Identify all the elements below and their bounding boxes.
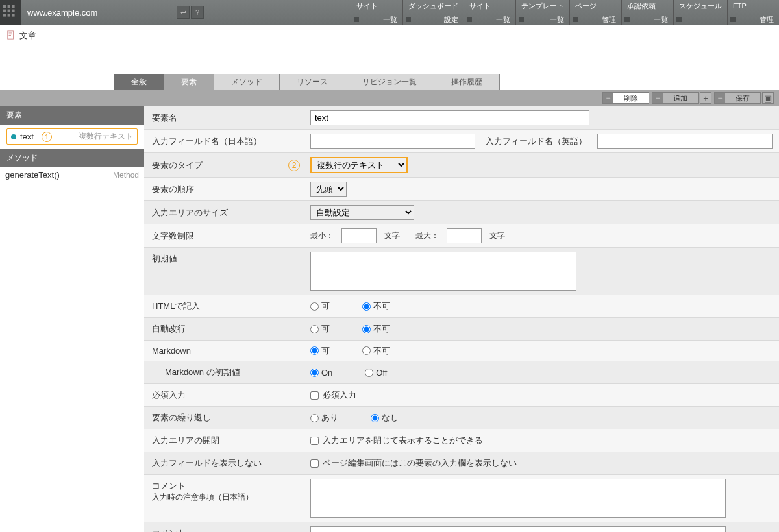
unit-label: 文字	[384, 230, 400, 241]
label-initial: 初期値	[144, 248, 304, 295]
hide-field-checkbox[interactable]: ページ編集画面にはこの要素の入力欄を表示しない	[310, 457, 517, 469]
label-autowrap: 自動改行	[144, 318, 304, 340]
svg-rect-11	[9, 34, 12, 34]
save-button[interactable]: −保存	[714, 92, 761, 104]
autowrap-yes-radio[interactable]: 可	[310, 323, 330, 335]
html-no-radio[interactable]: 不可	[362, 300, 390, 312]
label-area-size: 入力エリアのサイズ	[144, 201, 304, 224]
top-nav-item-2[interactable]: サイト一覧	[464, 0, 515, 25]
repeat-yes-radio[interactable]: あり	[310, 412, 338, 424]
field-ja-input[interactable]	[310, 134, 475, 149]
tab-strip: 全般要素メソッドリソースリビジョン一覧操作履歴	[0, 74, 779, 90]
label-required: 必須入力	[144, 384, 304, 406]
save-icon[interactable]: ▣	[762, 92, 774, 104]
add-button[interactable]: −追加	[652, 92, 699, 104]
markdown-init-off-radio[interactable]: Off	[365, 368, 387, 378]
min-label: 最小：	[310, 230, 334, 241]
top-nav-item-4[interactable]: ページ管理	[569, 0, 621, 25]
unit-label: 文字	[489, 230, 505, 241]
app-logo-icon	[0, 0, 21, 25]
label-repeat: 要素の繰り返し	[144, 407, 304, 429]
sidebar-header-method: メソッド	[0, 149, 144, 167]
top-nav-item-7[interactable]: FTP管理	[727, 0, 779, 25]
required-checkbox[interactable]: 必須入力	[310, 389, 356, 401]
sidebar-item-text[interactable]: text 1 複数行テキスト	[6, 128, 138, 145]
label-field-en: 入力フィールド名（英語）	[486, 136, 587, 147]
label-markdown: Markdown	[144, 341, 304, 361]
top-nav-item-0[interactable]: サイト一覧	[351, 0, 402, 25]
page-title: 文章	[19, 30, 36, 42]
svg-rect-1	[8, 5, 10, 8]
sidebar-header-element: 要素	[0, 106, 144, 125]
label-order: 要素の順序	[144, 178, 304, 200]
element-name-input[interactable]	[310, 110, 589, 125]
top-nav: サイト一覧ダッシュボード設定サイト一覧テンプレート一覧ページ管理承認依頼一覧スケ…	[351, 0, 779, 25]
label-element-name: 要素名	[144, 106, 304, 129]
toolbar: −削除 −追加 + −保存 ▣	[0, 90, 779, 106]
svg-rect-0	[3, 5, 6, 8]
tab-0[interactable]: 全般	[114, 74, 164, 90]
callout-1: 1	[42, 132, 52, 142]
top-nav-item-3[interactable]: テンプレート一覧	[515, 0, 569, 25]
markdown-no-radio[interactable]: 不可	[362, 345, 390, 357]
form: 要素名 入力フィールド名（日本語） 入力フィールド名（英語） 要素のタイプ 2 …	[144, 106, 779, 532]
svg-rect-5	[12, 10, 14, 12]
svg-rect-8	[12, 14, 14, 16]
collapse-checkbox[interactable]: 入力エリアを閉じて表示することができる	[310, 435, 483, 446]
document-icon	[6, 30, 16, 42]
area-size-select[interactable]: 自動設定	[310, 205, 414, 220]
callout-2: 2	[288, 160, 300, 171]
label-comment-en-1: コメント	[152, 527, 296, 532]
label-char-limit: 文字数制限	[144, 224, 304, 247]
comment-ja-textarea[interactable]	[310, 479, 726, 518]
element-type-select[interactable]: 複数行のテキスト	[310, 157, 408, 173]
char-min-input[interactable]	[341, 228, 377, 243]
svg-rect-2	[12, 5, 14, 8]
tab-5[interactable]: 操作履歴	[434, 74, 500, 90]
help-icon[interactable]: ?	[191, 6, 204, 19]
sidebar-item-label: text	[20, 132, 34, 141]
initial-textarea[interactable]	[310, 252, 576, 291]
svg-rect-4	[8, 10, 10, 12]
label-markdown-init: Markdown の初期値	[144, 361, 304, 383]
char-max-input[interactable]	[447, 228, 482, 243]
tab-4[interactable]: リビジョン一覧	[345, 74, 434, 90]
label-element-type: 要素のタイプ	[152, 160, 203, 171]
bullet-icon	[11, 134, 16, 139]
svg-rect-10	[9, 32, 12, 33]
html-yes-radio[interactable]: 可	[310, 300, 330, 312]
sidebar-item-tag: Method	[113, 171, 139, 180]
tab-3[interactable]: リソース	[280, 74, 345, 90]
svg-rect-7	[8, 14, 10, 16]
label-collapse: 入力エリアの開閉	[144, 429, 304, 452]
svg-rect-12	[9, 35, 12, 36]
site-url: www.example.com	[21, 8, 151, 18]
label-field-ja: 入力フィールド名（日本語）	[144, 130, 304, 152]
label-comment-ja-2: 入力時の注意事項（日本語）	[152, 492, 296, 503]
svg-rect-3	[3, 10, 6, 12]
markdown-yes-radio[interactable]: 可	[310, 345, 330, 357]
repeat-no-radio[interactable]: なし	[371, 412, 399, 424]
autowrap-no-radio[interactable]: 不可	[362, 323, 390, 335]
sidebar-item-method[interactable]: generateText() Method	[0, 167, 144, 182]
top-nav-item-6[interactable]: スケジュール	[673, 0, 727, 25]
svg-rect-6	[3, 14, 6, 16]
label-hide-field: 入力フィールドを表示しない	[144, 452, 304, 474]
top-nav-item-1[interactable]: ダッシュボード設定	[402, 0, 464, 25]
field-en-input[interactable]	[597, 134, 773, 149]
sidebar-item-tag: 複数行テキスト	[79, 131, 133, 142]
label-html: HTMLで記入	[144, 295, 304, 317]
comment-en-textarea[interactable]	[310, 526, 726, 532]
tab-1[interactable]: 要素	[164, 74, 214, 90]
sidebar-item-label: generateText()	[5, 170, 60, 180]
sidebar: 要素 text 1 複数行テキスト メソッド generateText() Me…	[0, 106, 144, 532]
order-select[interactable]: 先頭	[310, 182, 347, 197]
max-label: 最大：	[415, 230, 439, 241]
plus-icon[interactable]: +	[700, 92, 711, 104]
markdown-init-on-radio[interactable]: On	[310, 368, 332, 378]
back-icon[interactable]: ↩	[177, 6, 190, 19]
top-nav-item-5[interactable]: 承認依頼一覧	[621, 0, 673, 25]
topbar: www.example.com ↩ ? サイト一覧ダッシュボード設定サイト一覧テ…	[0, 0, 779, 25]
delete-button[interactable]: −削除	[602, 92, 649, 104]
tab-2[interactable]: メソッド	[214, 74, 280, 90]
